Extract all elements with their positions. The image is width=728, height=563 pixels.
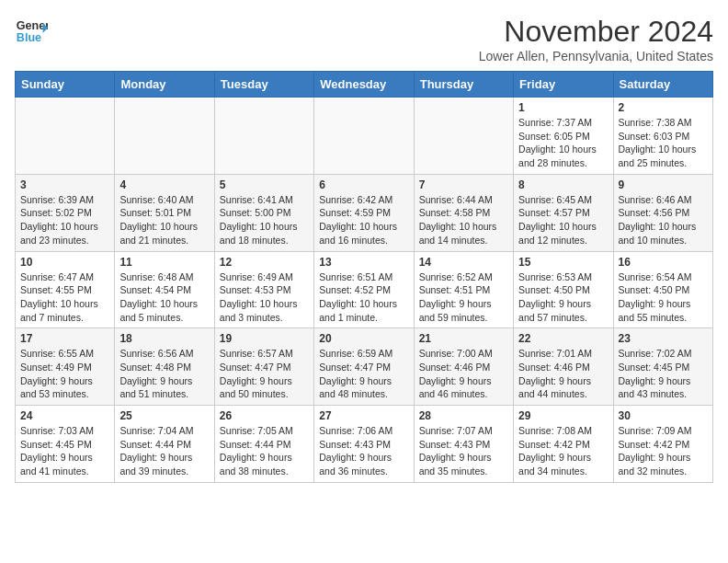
svg-text:Blue: Blue bbox=[17, 31, 41, 44]
calendar-cell bbox=[414, 98, 513, 175]
day-info: Sunrise: 7:37 AM Sunset: 6:05 PM Dayligh… bbox=[518, 116, 608, 170]
day-number: 14 bbox=[419, 256, 508, 269]
calendar-week-3: 10Sunrise: 6:47 AM Sunset: 4:55 PM Dayli… bbox=[16, 251, 713, 328]
day-number: 18 bbox=[119, 332, 209, 345]
day-info: Sunrise: 7:02 AM Sunset: 4:45 PM Dayligh… bbox=[619, 347, 708, 401]
location: Lower Allen, Pennsylvania, United States bbox=[479, 49, 713, 63]
calendar-cell bbox=[16, 98, 115, 175]
day-info: Sunrise: 6:45 AM Sunset: 4:57 PM Dayligh… bbox=[518, 193, 608, 247]
day-number: 13 bbox=[319, 256, 408, 269]
calendar-cell: 12Sunrise: 6:49 AM Sunset: 4:53 PM Dayli… bbox=[214, 251, 313, 328]
day-info: Sunrise: 6:42 AM Sunset: 4:59 PM Dayligh… bbox=[319, 193, 408, 247]
day-number: 26 bbox=[220, 409, 309, 422]
calendar-week-1: 1Sunrise: 7:37 AM Sunset: 6:05 PM Daylig… bbox=[16, 98, 713, 175]
calendar-cell: 28Sunrise: 7:07 AM Sunset: 4:43 PM Dayli… bbox=[414, 406, 513, 483]
calendar-cell: 19Sunrise: 6:57 AM Sunset: 4:47 PM Dayli… bbox=[214, 328, 313, 406]
day-info: Sunrise: 6:46 AM Sunset: 4:56 PM Dayligh… bbox=[619, 193, 708, 247]
calendar-cell: 25Sunrise: 7:04 AM Sunset: 4:44 PM Dayli… bbox=[115, 406, 214, 483]
calendar-cell: 23Sunrise: 7:02 AM Sunset: 4:45 PM Dayli… bbox=[613, 328, 712, 406]
day-info: Sunrise: 7:07 AM Sunset: 4:43 PM Dayligh… bbox=[419, 424, 508, 478]
day-number: 11 bbox=[119, 256, 209, 269]
day-number: 8 bbox=[518, 178, 608, 191]
day-info: Sunrise: 6:55 AM Sunset: 4:49 PM Dayligh… bbox=[20, 347, 109, 401]
calendar-cell: 7Sunrise: 6:44 AM Sunset: 4:58 PM Daylig… bbox=[414, 174, 513, 251]
day-number: 3 bbox=[20, 178, 109, 191]
calendar-cell: 8Sunrise: 6:45 AM Sunset: 4:57 PM Daylig… bbox=[514, 174, 613, 251]
day-info: Sunrise: 6:49 AM Sunset: 4:53 PM Dayligh… bbox=[220, 270, 309, 325]
col-header-thursday: Thursday bbox=[414, 72, 513, 98]
day-info: Sunrise: 7:06 AM Sunset: 4:43 PM Dayligh… bbox=[319, 424, 408, 478]
calendar-cell: 24Sunrise: 7:03 AM Sunset: 4:45 PM Dayli… bbox=[16, 406, 115, 483]
day-number: 1 bbox=[518, 101, 608, 114]
day-number: 27 bbox=[319, 409, 408, 422]
calendar-cell bbox=[214, 98, 313, 175]
calendar-cell: 3Sunrise: 6:39 AM Sunset: 5:02 PM Daylig… bbox=[16, 174, 115, 251]
day-number: 4 bbox=[119, 178, 209, 191]
day-info: Sunrise: 7:01 AM Sunset: 4:46 PM Dayligh… bbox=[518, 347, 608, 401]
day-number: 12 bbox=[220, 256, 309, 269]
day-info: Sunrise: 6:59 AM Sunset: 4:47 PM Dayligh… bbox=[319, 347, 408, 401]
month-title: November 2024 bbox=[479, 15, 713, 49]
calendar-cell: 26Sunrise: 7:05 AM Sunset: 4:44 PM Dayli… bbox=[214, 406, 313, 483]
calendar-week-5: 24Sunrise: 7:03 AM Sunset: 4:45 PM Dayli… bbox=[16, 406, 713, 483]
calendar-cell: 16Sunrise: 6:54 AM Sunset: 4:50 PM Dayli… bbox=[613, 251, 712, 328]
calendar-cell: 30Sunrise: 7:09 AM Sunset: 4:42 PM Dayli… bbox=[613, 406, 712, 483]
col-header-sunday: Sunday bbox=[16, 72, 115, 98]
day-number: 5 bbox=[220, 178, 309, 191]
day-number: 20 bbox=[319, 332, 408, 345]
day-info: Sunrise: 6:47 AM Sunset: 4:55 PM Dayligh… bbox=[20, 270, 109, 325]
day-number: 15 bbox=[518, 256, 608, 269]
day-info: Sunrise: 7:03 AM Sunset: 4:45 PM Dayligh… bbox=[20, 424, 109, 478]
calendar-cell bbox=[115, 98, 214, 175]
calendar-cell: 2Sunrise: 7:38 AM Sunset: 6:03 PM Daylig… bbox=[613, 98, 712, 175]
day-number: 22 bbox=[518, 332, 608, 345]
day-info: Sunrise: 6:44 AM Sunset: 4:58 PM Dayligh… bbox=[419, 193, 508, 247]
calendar-cell: 6Sunrise: 6:42 AM Sunset: 4:59 PM Daylig… bbox=[314, 174, 414, 251]
day-info: Sunrise: 7:05 AM Sunset: 4:44 PM Dayligh… bbox=[220, 424, 309, 478]
calendar-cell: 17Sunrise: 6:55 AM Sunset: 4:49 PM Dayli… bbox=[16, 328, 115, 406]
day-number: 25 bbox=[119, 409, 209, 422]
day-number: 23 bbox=[619, 332, 708, 345]
calendar-cell: 5Sunrise: 6:41 AM Sunset: 5:00 PM Daylig… bbox=[214, 174, 313, 251]
calendar-cell: 18Sunrise: 6:56 AM Sunset: 4:48 PM Dayli… bbox=[115, 328, 214, 406]
day-info: Sunrise: 7:08 AM Sunset: 4:42 PM Dayligh… bbox=[518, 424, 608, 478]
day-info: Sunrise: 6:51 AM Sunset: 4:52 PM Dayligh… bbox=[319, 270, 408, 325]
calendar-cell: 21Sunrise: 7:00 AM Sunset: 4:46 PM Dayli… bbox=[414, 328, 513, 406]
calendar-cell: 1Sunrise: 7:37 AM Sunset: 6:05 PM Daylig… bbox=[514, 98, 613, 175]
day-info: Sunrise: 7:00 AM Sunset: 4:46 PM Dayligh… bbox=[419, 347, 508, 401]
logo: General Blue bbox=[15, 15, 48, 48]
calendar-cell: 10Sunrise: 6:47 AM Sunset: 4:55 PM Dayli… bbox=[16, 251, 115, 328]
calendar-cell: 4Sunrise: 6:40 AM Sunset: 5:01 PM Daylig… bbox=[115, 174, 214, 251]
day-info: Sunrise: 6:56 AM Sunset: 4:48 PM Dayligh… bbox=[119, 347, 209, 401]
calendar-cell: 11Sunrise: 6:48 AM Sunset: 4:54 PM Dayli… bbox=[115, 251, 214, 328]
day-info: Sunrise: 6:54 AM Sunset: 4:50 PM Dayligh… bbox=[619, 270, 708, 325]
day-number: 10 bbox=[20, 256, 109, 269]
day-info: Sunrise: 7:09 AM Sunset: 4:42 PM Dayligh… bbox=[619, 424, 708, 478]
col-header-friday: Friday bbox=[514, 72, 613, 98]
calendar-table: SundayMondayTuesdayWednesdayThursdayFrid… bbox=[15, 71, 713, 483]
day-info: Sunrise: 7:38 AM Sunset: 6:03 PM Dayligh… bbox=[619, 116, 708, 170]
calendar-cell bbox=[314, 98, 414, 175]
col-header-tuesday: Tuesday bbox=[214, 72, 313, 98]
day-number: 2 bbox=[619, 101, 708, 114]
calendar-cell: 14Sunrise: 6:52 AM Sunset: 4:51 PM Dayli… bbox=[414, 251, 513, 328]
day-info: Sunrise: 6:57 AM Sunset: 4:47 PM Dayligh… bbox=[220, 347, 309, 401]
title-block: November 2024 Lower Allen, Pennsylvania,… bbox=[479, 15, 713, 63]
col-header-saturday: Saturday bbox=[613, 72, 712, 98]
page-header: General Blue November 2024 Lower Allen, … bbox=[15, 15, 713, 63]
calendar-cell: 15Sunrise: 6:53 AM Sunset: 4:50 PM Dayli… bbox=[514, 251, 613, 328]
calendar-cell: 27Sunrise: 7:06 AM Sunset: 4:43 PM Dayli… bbox=[314, 406, 414, 483]
day-info: Sunrise: 6:40 AM Sunset: 5:01 PM Dayligh… bbox=[119, 193, 209, 247]
calendar-cell: 22Sunrise: 7:01 AM Sunset: 4:46 PM Dayli… bbox=[514, 328, 613, 406]
calendar-week-4: 17Sunrise: 6:55 AM Sunset: 4:49 PM Dayli… bbox=[16, 328, 713, 406]
day-number: 24 bbox=[20, 409, 109, 422]
day-number: 19 bbox=[220, 332, 309, 345]
logo-icon: General Blue bbox=[15, 15, 48, 48]
day-info: Sunrise: 6:41 AM Sunset: 5:00 PM Dayligh… bbox=[220, 193, 309, 247]
calendar-cell: 13Sunrise: 6:51 AM Sunset: 4:52 PM Dayli… bbox=[314, 251, 414, 328]
day-info: Sunrise: 6:48 AM Sunset: 4:54 PM Dayligh… bbox=[119, 270, 209, 325]
day-number: 17 bbox=[20, 332, 109, 345]
calendar-cell: 29Sunrise: 7:08 AM Sunset: 4:42 PM Dayli… bbox=[514, 406, 613, 483]
day-number: 7 bbox=[419, 178, 508, 191]
col-header-wednesday: Wednesday bbox=[314, 72, 414, 98]
